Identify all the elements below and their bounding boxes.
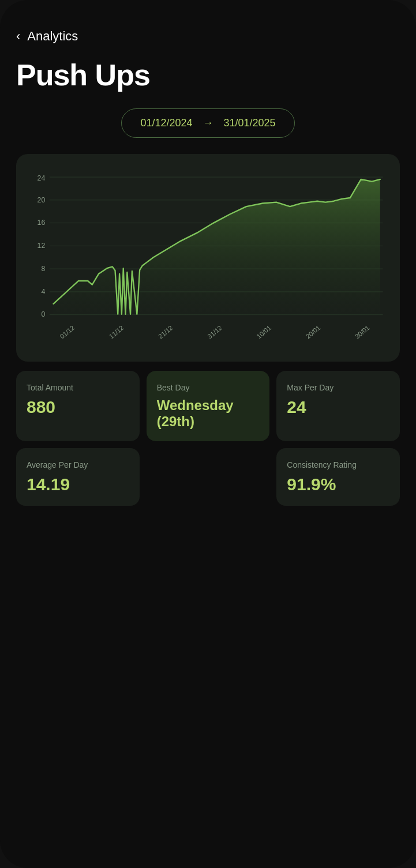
consistency-value: 91.9% [287, 475, 389, 494]
svg-text:20/01: 20/01 [305, 324, 321, 340]
svg-text:30/01: 30/01 [354, 324, 370, 340]
date-arrow-icon: → [203, 117, 213, 129]
stats-grid-top: Total Amount 880 Best Day Wednesday (29t… [16, 371, 400, 441]
svg-text:0: 0 [41, 310, 45, 318]
svg-text:01/12: 01/12 [59, 324, 76, 340]
max-per-day-value: 24 [287, 397, 389, 417]
header: ‹ Analytics [16, 29, 400, 44]
consistency-label: Consistency Rating [287, 460, 389, 470]
date-end: 31/01/2025 [224, 117, 276, 129]
chart-card: 0 4 8 12 16 20 24 01 [16, 154, 400, 362]
total-amount-card: Total Amount 880 [16, 371, 140, 441]
svg-text:20: 20 [38, 196, 46, 204]
svg-text:31/12: 31/12 [206, 324, 223, 340]
stats-grid-bottom: Average Per Day 14.19 Consistency Rating… [16, 448, 400, 506]
svg-text:24: 24 [38, 174, 46, 182]
average-label: Average Per Day [27, 460, 129, 470]
max-per-day-label: Max Per Day [287, 382, 389, 393]
svg-text:8: 8 [41, 265, 45, 273]
average-per-day-card: Average Per Day 14.19 [16, 448, 140, 506]
chart-svg: 0 4 8 12 16 20 24 01 [28, 168, 388, 352]
chart-container: 0 4 8 12 16 20 24 01 [28, 168, 388, 352]
header-title: Analytics [27, 29, 78, 44]
best-day-value: Wednesday (29th) [157, 397, 260, 430]
svg-text:4: 4 [41, 288, 45, 296]
back-button[interactable]: ‹ [16, 30, 20, 43]
svg-text:11/12: 11/12 [108, 324, 125, 340]
total-amount-label: Total Amount [27, 382, 129, 393]
max-per-day-card: Max Per Day 24 [276, 371, 400, 441]
total-amount-value: 880 [27, 397, 129, 417]
best-day-card: Best Day Wednesday (29th) [147, 371, 270, 441]
svg-text:21/12: 21/12 [157, 324, 174, 340]
consistency-card: Consistency Rating 91.9% [276, 448, 400, 506]
date-range-button[interactable]: 01/12/2024 → 31/01/2025 [121, 108, 294, 138]
svg-text:10/01: 10/01 [256, 324, 272, 340]
svg-text:16: 16 [38, 219, 46, 227]
date-start: 01/12/2024 [140, 117, 192, 129]
svg-text:12: 12 [38, 242, 46, 250]
average-value: 14.19 [27, 475, 129, 494]
phone-frame: ‹ Analytics Push Ups 01/12/2024 → 31/01/… [0, 0, 416, 868]
best-day-label: Best Day [157, 382, 260, 393]
page-title: Push Ups [16, 58, 400, 92]
